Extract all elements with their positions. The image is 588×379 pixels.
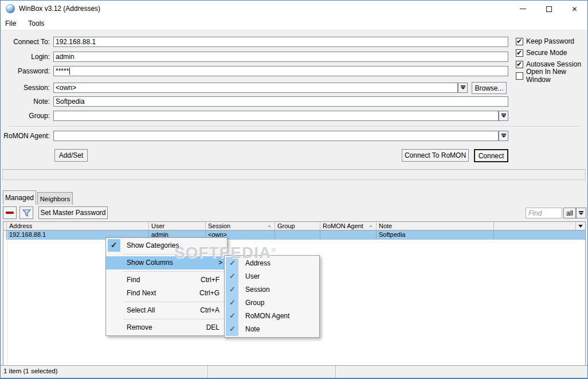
romon-agent-field[interactable] — [53, 131, 499, 141]
menu-item-find-next[interactable]: Find Next Ctrl+G — [106, 287, 227, 300]
open-in-new-window-checkbox[interactable]: Open In New Window — [516, 72, 587, 80]
dropdown-arrow-icon — [501, 114, 506, 118]
group-dropdown-button[interactable] — [499, 111, 508, 121]
password-value: ***** — [56, 67, 69, 75]
session-field[interactable]: <own> — [53, 83, 458, 93]
column-header-group[interactable]: Group — [275, 222, 320, 230]
cell-note: Softpedia — [377, 230, 494, 240]
menu-item-show-categories[interactable]: Show Categories — [106, 239, 227, 252]
autosave-session-checkbox[interactable]: Autosave Session — [516, 60, 581, 68]
login-field[interactable]: admin — [53, 52, 508, 62]
menu-item-label: Select All — [127, 304, 155, 317]
gutter-line — [7, 230, 7, 365]
checkmark-icon — [108, 239, 120, 252]
add-set-button[interactable]: Add/Set — [54, 149, 88, 162]
menu-item-find[interactable]: Find Ctrl+F — [106, 273, 227, 287]
romon-agent-label: RoMON Agent: — [1, 131, 50, 141]
submenu-item-romon-agent[interactable]: RoMON Agent — [225, 310, 319, 323]
close-button[interactable] — [562, 1, 587, 17]
menu-separator — [123, 302, 225, 302]
checkmark-icon — [226, 283, 238, 296]
menu-item-remove[interactable]: Remove DEL — [106, 321, 227, 334]
tab-managed-label: Managed — [5, 194, 34, 202]
column-header-romon-agent[interactable]: RoMON Agent — [320, 222, 377, 230]
text-caret — [69, 68, 70, 75]
tab-managed[interactable]: Managed — [3, 190, 36, 205]
submenu-item-label: Group — [245, 296, 264, 310]
submenu-item-label: Session — [245, 283, 270, 296]
menu-item-shortcut: DEL — [206, 321, 219, 334]
dropdown-arrow-icon — [579, 211, 583, 216]
submenu-item-label: RoMON Agent — [245, 310, 289, 323]
title-bar: WinBox v3.12 (Addresses) — [1, 1, 587, 17]
connect-button[interactable]: Connect — [474, 149, 508, 162]
form-separator — [9, 126, 581, 127]
submenu-item-session[interactable]: Session — [225, 283, 319, 296]
submenu-item-note[interactable]: Note — [225, 323, 319, 336]
submenu-item-address[interactable]: Address — [225, 257, 319, 270]
filter-button[interactable] — [19, 206, 33, 219]
table-header: Address User Session Group RoMON Agent N… — [3, 222, 585, 230]
menu-item-select-all[interactable]: Select All Ctrl+A — [106, 304, 227, 317]
submenu-item-group[interactable]: Group — [225, 296, 319, 310]
menu-item-label: Show Columns — [127, 256, 173, 269]
submenu-item-label: Note — [245, 323, 260, 336]
minimize-button[interactable] — [510, 1, 536, 17]
checkbox-icon — [516, 61, 523, 68]
winbox-window: WinBox v3.12 (Addresses) File Tools Conn… — [0, 0, 588, 379]
connect-to-value: 192.168.88.1 — [56, 38, 96, 46]
column-header-note[interactable]: Note — [377, 222, 494, 230]
keep-password-checkbox[interactable]: Keep Password — [516, 37, 574, 45]
connect-to-field[interactable]: 192.168.88.1 — [53, 37, 508, 47]
sort-indicator-icon — [268, 225, 271, 227]
session-dropdown-button[interactable] — [458, 83, 468, 93]
menu-item-label: Remove — [127, 321, 152, 334]
group-label: Group: — [1, 111, 50, 121]
submenu-item-user[interactable]: User — [225, 270, 319, 283]
status-item-count: 1 item (1 selected) — [1, 366, 208, 378]
menu-item-label: Find Next — [127, 287, 156, 300]
category-strip — [2, 169, 586, 180]
group-field[interactable] — [53, 111, 499, 121]
set-master-password-button[interactable]: Set Master Password — [38, 206, 108, 219]
menu-item-show-columns[interactable]: Show Columns > — [106, 256, 227, 269]
filter-scope-dropdown-button[interactable] — [576, 208, 586, 218]
tab-neighbors[interactable]: Neighbors — [37, 192, 73, 205]
checkmark-icon — [226, 257, 238, 270]
table-row-selected[interactable]: 192.168.88.1 admin <own> Softpedia — [3, 230, 585, 240]
menu-item-label: Find — [127, 273, 140, 287]
secure-mode-checkbox[interactable]: Secure Mode — [516, 49, 567, 57]
filter-scope-select[interactable]: all — [563, 208, 576, 218]
minus-icon — [6, 212, 14, 214]
menu-file[interactable]: File — [5, 17, 23, 30]
status-bar: 1 item (1 selected) — [1, 365, 587, 378]
dropdown-arrow-icon — [501, 134, 506, 138]
remove-entry-button[interactable] — [3, 206, 17, 219]
password-field[interactable]: ***** — [53, 66, 508, 76]
minimize-icon — [520, 9, 526, 9]
note-label: Note: — [1, 96, 50, 107]
cell-romon-agent — [320, 230, 377, 240]
note-field[interactable]: Softpedia — [53, 96, 508, 107]
login-label: Login: — [1, 52, 50, 62]
window-controls — [510, 1, 587, 17]
checkbox-icon — [516, 49, 523, 57]
menu-item-shortcut: Ctrl+F — [201, 273, 219, 287]
find-input[interactable] — [526, 208, 562, 218]
menu-bar: File Tools — [1, 17, 587, 30]
column-header-session-label: Session — [208, 222, 230, 229]
column-header-address[interactable]: Address — [7, 222, 149, 230]
romon-agent-dropdown-button[interactable] — [499, 131, 508, 141]
maximize-icon — [546, 6, 552, 12]
funnel-icon — [22, 209, 31, 217]
maximize-button[interactable] — [536, 1, 562, 17]
checkmark-icon — [226, 310, 238, 323]
column-header-session[interactable]: Session — [206, 222, 275, 230]
browse-button[interactable]: Browse... — [472, 82, 507, 94]
column-header-user[interactable]: User — [149, 222, 206, 230]
menu-separator — [123, 254, 225, 255]
connect-to-romon-button[interactable]: Connect To RoMON — [402, 149, 469, 162]
menu-tools[interactable]: Tools — [23, 17, 49, 30]
column-selector-button[interactable] — [576, 222, 585, 230]
checkbox-icon — [516, 38, 523, 45]
